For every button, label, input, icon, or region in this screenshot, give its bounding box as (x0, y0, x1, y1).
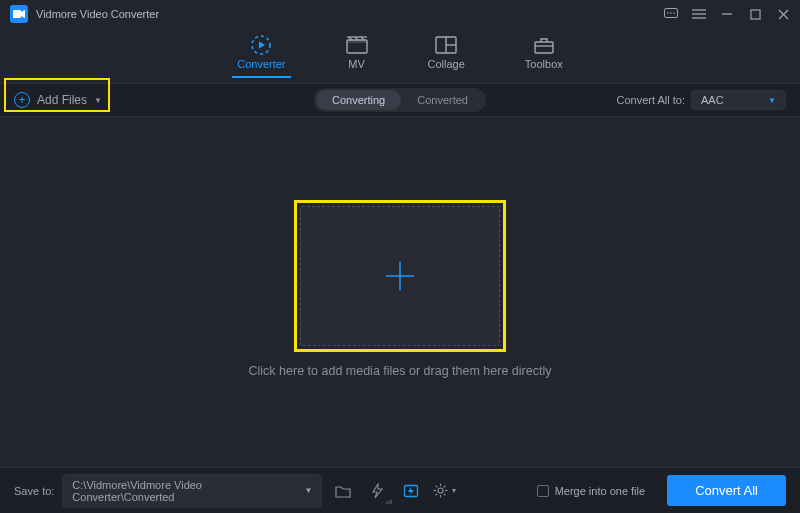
settings-button[interactable]: ▼ (432, 479, 458, 503)
action-bar: + Add Files ▼ Converting Converted Conve… (0, 83, 800, 117)
menu-icon[interactable] (692, 7, 706, 21)
gpu-accel-button[interactable]: off (364, 479, 390, 503)
svg-point-4 (673, 12, 675, 14)
high-speed-button[interactable] (398, 479, 424, 503)
drop-hint: Click here to add media files or drag th… (249, 364, 552, 378)
titlebar: Vidmore Video Converter (0, 0, 800, 28)
tab-mv[interactable]: MV (346, 36, 368, 76)
maximize-icon[interactable] (748, 7, 762, 21)
convert-all-label: Convert All to: (617, 94, 685, 106)
drop-zone-wrap (300, 206, 500, 346)
format-value: AAC (701, 94, 724, 106)
status-tabs: Converting Converted (314, 88, 486, 112)
checkbox-icon (537, 485, 549, 497)
svg-rect-19 (535, 42, 553, 53)
toolbox-icon (533, 36, 555, 54)
svg-line-29 (436, 486, 438, 488)
tab-collage[interactable]: Collage (428, 36, 465, 76)
footer-bar: Save to: C:\Vidmore\Vidmore Video Conver… (0, 467, 800, 513)
svg-line-31 (444, 486, 446, 488)
format-select[interactable]: AAC ▼ (691, 90, 786, 110)
converter-icon (250, 36, 272, 54)
gpu-sub-label: off (386, 499, 393, 505)
output-path-select[interactable]: C:\Vidmore\Vidmore Video Converter\Conve… (62, 474, 322, 508)
tab-label: Toolbox (525, 58, 563, 70)
drop-zone[interactable] (300, 206, 500, 346)
window-controls (664, 7, 790, 21)
merge-checkbox[interactable]: Merge into one file (537, 485, 646, 497)
collage-icon (435, 36, 457, 54)
add-icon (382, 258, 418, 294)
convert-all-button[interactable]: Convert All (667, 475, 786, 506)
tab-toolbox[interactable]: Toolbox (525, 36, 563, 76)
main-tabs: Converter MV Collage Toolbox (0, 28, 800, 83)
svg-point-24 (438, 488, 443, 493)
merge-label: Merge into one file (555, 485, 646, 497)
subtab-converted[interactable]: Converted (401, 90, 484, 110)
chevron-down-icon: ▼ (304, 486, 312, 495)
convert-all-control: Convert All to: AAC ▼ (617, 90, 786, 110)
minimize-icon[interactable] (720, 7, 734, 21)
add-files-button[interactable]: + Add Files ▼ (14, 88, 112, 112)
feedback-icon[interactable] (664, 7, 678, 21)
chevron-down-icon: ▼ (768, 96, 776, 105)
main-area: Click here to add media files or drag th… (0, 117, 800, 467)
app-logo (10, 5, 28, 23)
svg-rect-9 (751, 10, 760, 19)
output-path: C:\Vidmore\Vidmore Video Converter\Conve… (72, 479, 304, 503)
svg-line-30 (444, 494, 446, 496)
subtab-converting[interactable]: Converting (316, 90, 401, 110)
saveto-label: Save to: (14, 485, 54, 497)
close-icon[interactable] (776, 7, 790, 21)
tab-label: Collage (428, 58, 465, 70)
chevron-down-icon: ▼ (450, 487, 457, 494)
svg-rect-0 (13, 10, 21, 18)
chevron-down-icon: ▼ (94, 96, 102, 105)
svg-point-2 (667, 12, 669, 14)
plus-icon: + (14, 92, 30, 108)
open-folder-button[interactable] (330, 479, 356, 503)
svg-point-3 (670, 12, 672, 14)
mv-icon (346, 36, 368, 54)
tab-label: MV (348, 58, 365, 70)
add-files-label: Add Files (37, 93, 87, 107)
svg-line-32 (436, 494, 438, 496)
app-title: Vidmore Video Converter (36, 8, 159, 20)
tab-label: Converter (237, 58, 285, 70)
tab-converter[interactable]: Converter (237, 36, 285, 76)
svg-rect-14 (347, 40, 367, 43)
